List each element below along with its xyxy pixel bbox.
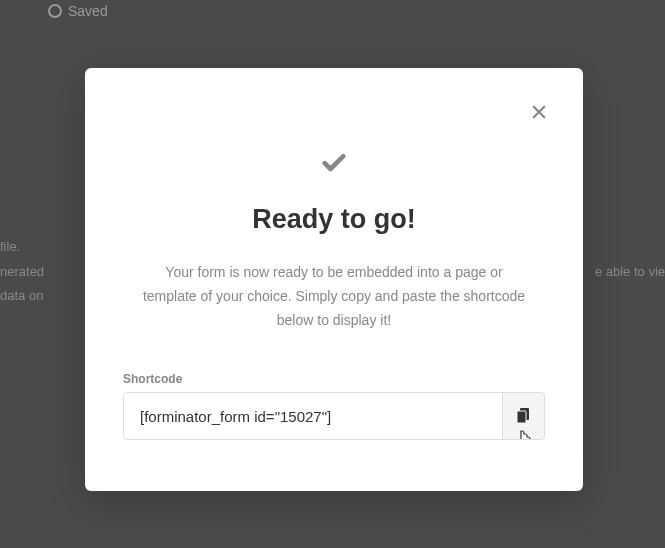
success-check-icon — [123, 148, 545, 176]
bg-left-text: file. nerated data on — [0, 235, 44, 309]
close-icon — [530, 103, 548, 121]
svg-rect-3 — [517, 411, 526, 423]
cursor-pointer-icon — [515, 429, 533, 440]
saved-check-icon — [48, 4, 62, 18]
close-button[interactable] — [523, 96, 555, 128]
copy-icon — [517, 408, 531, 424]
ready-modal: Ready to go! Your form is now ready to b… — [85, 68, 583, 491]
shortcode-container — [123, 392, 545, 440]
saved-label: Saved — [68, 3, 108, 19]
saved-indicator: Saved — [48, 3, 108, 19]
modal-title: Ready to go! — [123, 204, 545, 235]
copy-button[interactable] — [502, 393, 544, 439]
bg-right-text: e able to vie — [595, 260, 665, 285]
shortcode-label: Shortcode — [123, 372, 545, 386]
shortcode-input[interactable] — [124, 393, 502, 439]
modal-description: Your form is now ready to be embedded in… — [123, 261, 545, 332]
